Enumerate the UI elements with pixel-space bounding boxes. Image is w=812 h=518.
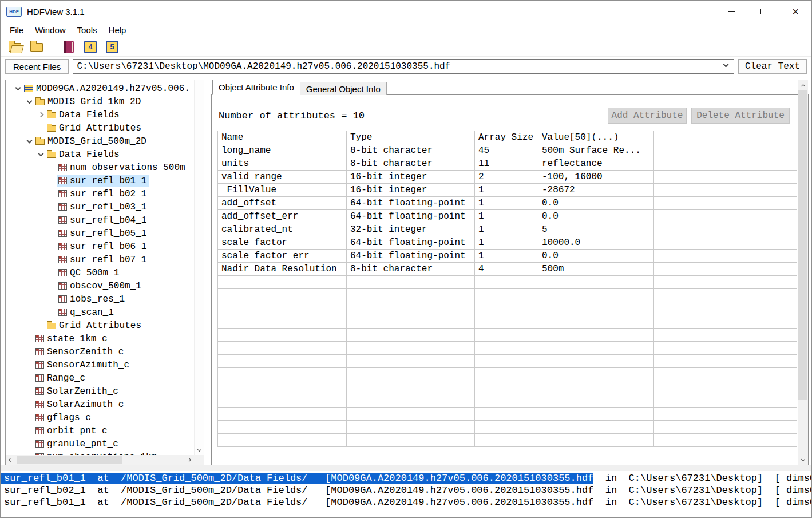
attr-name-cell[interactable]: scale_factor_err [218, 250, 347, 263]
tree-item[interactable]: MOD09GA.A2020149.h27v05.006. [6, 82, 194, 95]
column-header-array-size[interactable]: Array Size [475, 131, 538, 144]
log-entry-selected[interactable]: sur_refl_b01_1 at /MODIS_Grid_500m_2D/Da… [1, 472, 811, 484]
chevron-down-icon[interactable] [35, 149, 46, 160]
tree-item[interactable]: sur_refl_b06_1 [6, 240, 194, 253]
tree-item[interactable]: gflags_c [6, 411, 194, 424]
attr-row[interactable]: calibrated_nt 32-bit integer 1 5 [218, 223, 797, 236]
attr-size-cell[interactable]: 1 [475, 197, 538, 210]
tree-item[interactable]: granule_pnt_c [6, 437, 194, 450]
attr-type-cell[interactable]: 8-bit character [347, 157, 475, 171]
menu-file[interactable]: File [4, 23, 29, 37]
log-entry[interactable]: sur_refl_b01_1 at /MODIS_Grid_500m_2D/Da… [1, 496, 811, 508]
close-file-button[interactable] [28, 39, 45, 55]
scroll-down-button[interactable] [195, 445, 204, 455]
attr-value-cell[interactable]: -100, 16000 [538, 171, 654, 184]
attr-type-cell[interactable]: 64-bit floating-point [347, 197, 475, 210]
tab-general-object-info[interactable]: General Object Info [300, 82, 387, 95]
menu-tools[interactable]: Tools [72, 23, 103, 37]
attr-size-cell[interactable]: 1 [475, 236, 538, 250]
scrollbar-thumb[interactable] [798, 90, 807, 400]
attr-value-cell[interactable]: 500m Surface Re... [538, 144, 654, 157]
recent-files-button[interactable]: Recent Files [5, 59, 69, 74]
tree-item[interactable]: num_observations_1km [6, 450, 194, 455]
attr-row[interactable]: _FillValue 16-bit integer 1 -28672 [218, 184, 797, 197]
attr-type-cell[interactable]: 8-bit character [347, 263, 475, 276]
attr-type-cell[interactable]: 64-bit floating-point [347, 210, 475, 223]
attr-size-cell[interactable]: 1 [475, 250, 538, 263]
tree-item[interactable]: obscov_500m_1 [6, 279, 194, 292]
tree-item[interactable]: SensorZenith_c [6, 345, 194, 358]
chevron-down-icon[interactable] [24, 136, 34, 147]
tree-item[interactable]: num_observations_500m [6, 161, 194, 174]
tree-item[interactable]: sur_refl_b03_1 [6, 200, 194, 213]
tab-object-attribute-info[interactable]: Object Attribute Info [212, 80, 300, 95]
attr-row[interactable]: long_name 8-bit character 45 500m Surfac… [218, 144, 797, 157]
open-file-button[interactable] [6, 39, 23, 55]
tree-item[interactable]: Data Fields [6, 108, 194, 121]
tree-item[interactable]: sur_refl_b05_1 [6, 227, 194, 240]
attr-value-cell[interactable]: 0.0 [538, 210, 654, 223]
attr-size-cell[interactable]: 4 [475, 263, 538, 276]
attr-row[interactable]: add_offset 64-bit floating-point 1 0.0 [218, 197, 797, 210]
delete-attribute-button[interactable]: Delete Attribute [691, 108, 790, 124]
attr-type-cell[interactable]: 16-bit integer [347, 184, 475, 197]
column-header-type[interactable]: Type [347, 131, 475, 144]
tree-item[interactable]: SolarAzimuth_c [6, 398, 194, 411]
attr-value-cell[interactable]: 500m [538, 263, 654, 276]
tree-item[interactable]: Range_c [6, 371, 194, 385]
attr-value-cell[interactable]: 0.0 [538, 250, 654, 263]
tree-item[interactable]: MODIS_Grid_1km_2D [6, 95, 194, 108]
attr-size-cell[interactable]: 11 [475, 157, 538, 171]
minimize-button[interactable] [715, 1, 747, 22]
attr-type-cell[interactable]: 32-bit integer [347, 223, 475, 236]
tree-item[interactable]: sur_refl_b04_1 [6, 213, 194, 227]
hdf5-library-button[interactable]: 5 [104, 39, 121, 55]
attr-value-cell[interactable]: -28672 [538, 184, 654, 197]
attr-value-cell[interactable]: 5 [538, 223, 654, 236]
tree-item[interactable]: orbit_pnt_c [6, 424, 194, 437]
scrollbar-thumb[interactable] [17, 456, 122, 464]
scroll-right-button[interactable] [184, 455, 194, 465]
chevron-right-icon[interactable] [35, 110, 46, 120]
attr-row[interactable]: valid_range 16-bit integer 2 -100, 16000 [218, 171, 797, 184]
attr-type-cell[interactable]: 64-bit floating-point [347, 250, 475, 263]
attr-size-cell[interactable]: 45 [475, 144, 538, 157]
attr-name-cell[interactable]: units [218, 157, 347, 171]
attr-size-cell[interactable]: 1 [475, 223, 538, 236]
attr-size-cell[interactable]: 2 [475, 171, 538, 184]
attr-size-cell[interactable]: 1 [475, 184, 538, 197]
attr-row[interactable]: scale_factor 64-bit floating-point 1 100… [218, 236, 797, 250]
maximize-button[interactable] [747, 1, 779, 22]
attr-name-cell[interactable]: valid_range [218, 171, 347, 184]
column-header-value[interactable]: Value[50](...) [538, 131, 654, 144]
chevron-down-icon[interactable] [24, 97, 34, 107]
tree-item[interactable]: SolarZenith_c [6, 385, 194, 398]
attr-name-cell[interactable]: calibrated_nt [218, 223, 347, 236]
tree-item[interactable]: sur_refl_b07_1 [6, 253, 194, 266]
clear-text-button[interactable]: Clear Text [738, 59, 807, 74]
tree-item[interactable]: iobs_res_1 [6, 292, 194, 306]
help-button[interactable] [60, 39, 77, 55]
log-entry[interactable]: sur_refl_b02_1 at /MODIS_Grid_500m_2D/Da… [1, 484, 811, 496]
tree-horizontal-scrollbar[interactable] [6, 455, 194, 465]
attr-row[interactable]: units 8-bit character 11 reflectance [218, 157, 797, 171]
tree-item[interactable]: SensorAzimuth_c [6, 358, 194, 371]
attr-row[interactable]: scale_factor_err 64-bit floating-point 1… [218, 250, 797, 263]
attr-name-cell[interactable]: scale_factor [218, 236, 347, 250]
tree-item[interactable]: Data Fields [6, 148, 194, 161]
attr-value-cell[interactable]: 0.0 [538, 197, 654, 210]
chevron-down-icon[interactable] [723, 62, 729, 68]
attr-name-cell[interactable]: add_offset_err [218, 210, 347, 223]
tree-vertical-scrollbar[interactable] [194, 80, 204, 455]
chevron-down-icon[interactable] [13, 84, 23, 94]
attr-name-cell[interactable]: long_name [218, 144, 347, 157]
attr-type-cell[interactable]: 16-bit integer [347, 171, 475, 184]
tree-item[interactable]: Grid Attributes [6, 121, 194, 135]
menu-window[interactable]: Window [29, 23, 71, 37]
add-attribute-button[interactable]: Add Attribute [608, 108, 687, 124]
attr-name-cell[interactable]: Nadir Data Resolution [218, 263, 347, 276]
main-vertical-scrollbar[interactable] [798, 80, 808, 465]
file-path-combobox[interactable]: C:\Users\67231\Desktop\MOD09GA.A2020149.… [73, 59, 734, 74]
hdf4-library-button[interactable]: 4 [82, 39, 99, 55]
menu-help[interactable]: Help [103, 23, 132, 37]
